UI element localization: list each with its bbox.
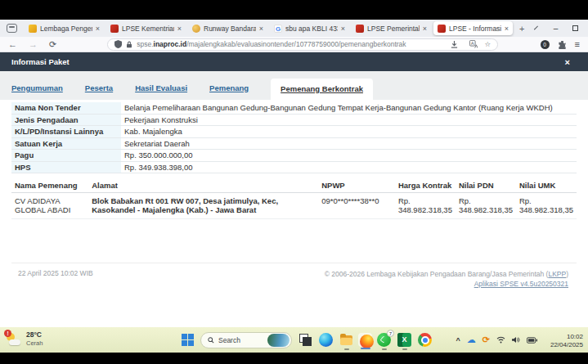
yellow-site-favicon — [29, 25, 37, 33]
url-pathname: /majalengkakab/evaluasinontender/1077875… — [186, 40, 406, 48]
browser-tab-lpse-kementrian[interactable]: LPSE Kementrian Perhu × — [106, 21, 186, 35]
lpse-favicon — [356, 25, 364, 33]
weather-widget[interactable]: ! 28°C Cerah — [6, 330, 43, 348]
menu-hamburger-icon[interactable]: ≡ — [575, 39, 580, 49]
tab-close-icon[interactable]: × — [341, 25, 345, 33]
col-nilai-umk: Nilai UMK — [516, 178, 577, 193]
reload-icon[interactable]: ⟳ — [49, 40, 56, 49]
col-nama-pemenang: Nama Pemenang — [11, 178, 88, 193]
minimize-button[interactable]: – — [545, 24, 565, 33]
search-icon — [208, 337, 214, 344]
task-view-button[interactable] — [298, 333, 312, 347]
whatsapp-icon[interactable]: 7 — [377, 333, 391, 347]
bookmark-star-icon[interactable]: ☆ — [485, 40, 491, 48]
search-input[interactable]: Search — [200, 332, 292, 348]
edge-icon[interactable] — [319, 333, 333, 347]
footer-copyright: © 2006-2026 Lembaga Kebijakan Pengadaan … — [325, 269, 568, 290]
tab-title: sbu apa KBLI 43303 - P — [285, 25, 338, 33]
detail-label: K/L/PD/Instansi Lainnya — [11, 126, 121, 138]
browser-tab-informasi-paket-active[interactable]: LPSE - Informasi Paket × — [433, 21, 513, 35]
col-harga-kontrak: Harga Kontrak — [395, 178, 456, 193]
lkpp-link[interactable]: LKPP — [548, 270, 566, 278]
tray-chevron-icon[interactable]: ^ — [456, 336, 460, 344]
extensions-puzzle-icon[interactable] — [558, 40, 567, 49]
tab-title: LPSE Kementrian Perhu — [122, 25, 174, 33]
tab-pemenang-berkontrak-active[interactable]: Pemenang Berkontrak — [271, 79, 373, 100]
browser-tab-lpse-pemda[interactable]: LPSE Pemerintah Daer × — [352, 21, 431, 35]
battery-icon[interactable] — [527, 337, 537, 344]
clock-date: 22/04/2025 — [550, 341, 583, 349]
weather-condition: Cerah — [26, 339, 43, 348]
screen: Lembaga Pengembang × LPSE Kementrian Per… — [0, 0, 588, 364]
url-bar[interactable]: spse.inaproc.id/majalengkakab/evaluasino… — [107, 38, 498, 51]
tab-close-icon[interactable]: × — [423, 25, 427, 33]
url-host: inaproc.id — [154, 40, 187, 48]
winner-umk: Rp. 348.982.318,35 — [516, 193, 577, 219]
tab-close-icon[interactable]: × — [259, 25, 263, 33]
browser-window: Lembaga Pengembang × LPSE Kementrian Per… — [0, 20, 588, 327]
winner-pdn: Rp. 348.982.318,35 — [456, 193, 516, 219]
file-explorer-icon[interactable] — [339, 333, 353, 347]
copyright-text: © 2006-2026 Lembaga Kebijakan Pengadaan … — [325, 270, 549, 278]
window-close-button[interactable]: × — [585, 24, 588, 33]
lock-icon[interactable] — [126, 41, 132, 48]
taskbar-center-icons: Search 7 X — [182, 327, 432, 353]
excel-icon[interactable]: X — [397, 333, 411, 347]
window-controls: – × — [545, 24, 588, 33]
sync-alert-icon[interactable]: ⟳ — [483, 335, 490, 344]
taskbar-clock[interactable]: 10:02 22/04/2025 — [550, 333, 583, 350]
new-tab-button[interactable]: + — [515, 24, 528, 34]
browser-tab-lembaga[interactable]: Lembaga Pengembang × — [25, 21, 104, 35]
col-npwp: NPWP — [318, 178, 395, 193]
footer-timestamp: 22 April 2025 10:02 WIB — [18, 269, 93, 290]
modal-close-icon[interactable]: × — [565, 57, 570, 67]
translate-icon[interactable]: A — [469, 40, 478, 48]
svg-text:A: A — [470, 41, 474, 46]
detail-label: Pagu — [11, 150, 121, 162]
browser-tab-runway[interactable]: Runway Bandara Utar × — [188, 21, 267, 35]
adblocker-extension-icon[interactable]: 0 — [541, 40, 550, 49]
back-icon[interactable]: ← — [8, 40, 17, 49]
search-placeholder: Search — [218, 336, 240, 344]
modal-header: Informasi Paket × — [0, 52, 588, 71]
system-tray: ^ ☁ ⟳ — [456, 327, 537, 353]
download-page-icon[interactable] — [451, 41, 458, 48]
detail-value: Rp. 350.000.000,00 — [121, 150, 577, 162]
speaker-icon[interactable] — [512, 336, 520, 344]
toolbar-right-icons: 0 ≡ — [541, 39, 580, 49]
wifi-icon[interactable] — [496, 336, 505, 344]
firefox-view-icon[interactable] — [7, 24, 17, 33]
tab-close-icon[interactable]: × — [177, 25, 182, 33]
maximize-icon — [572, 25, 578, 31]
chrome-icon[interactable] — [418, 333, 432, 347]
page-tab-strip: Pengumuman Peserta Hasil Evaluasi Pemena… — [0, 71, 588, 100]
cloud-icon — [9, 339, 20, 345]
firefox-active-slot[interactable] — [358, 333, 372, 347]
table-row: HPS Rp. 349.938.398,00 — [11, 161, 577, 173]
tab-hasil-evaluasi[interactable]: Hasil Evaluasi — [135, 83, 187, 92]
copyright-close: ) — [566, 270, 568, 278]
tab-peserta[interactable]: Peserta — [85, 83, 113, 92]
list-all-tabs-icon[interactable] — [534, 25, 538, 29]
browser-tab-google-search[interactable]: G sbu apa KBLI 43303 - P × — [270, 21, 349, 35]
tab-pemenang[interactable]: Pemenang — [209, 83, 249, 92]
browser-toolbar: ← → ⟳ spse.inaproc.id/majalengkakab/eval… — [0, 37, 588, 52]
forward-icon[interactable]: → — [29, 40, 38, 49]
spse-version-link[interactable]: Aplikasi SPSE v4.5u20250321 — [474, 280, 568, 288]
url-subdomain: spse. — [137, 40, 153, 48]
tab-title: LPSE Pemerintah Daer — [367, 25, 420, 33]
search-highlight-image[interactable] — [267, 334, 290, 347]
shield-icon[interactable] — [114, 40, 122, 48]
url-text: spse.inaproc.id/majalengkakab/evaluasino… — [137, 40, 438, 48]
tab-pengumuman[interactable]: Pengumuman — [11, 83, 63, 92]
page-area: Pengumuman Peserta Hasil Evaluasi Pemena… — [0, 71, 588, 327]
tab-close-icon[interactable]: × — [505, 25, 509, 33]
page-footer: 22 April 2025 10:02 WIB © 2006-2026 Lemb… — [11, 263, 577, 328]
start-button[interactable] — [182, 334, 194, 346]
winner-row: CV ADIDAYA GLOBAL ABADI Blok Babakan Rt … — [11, 193, 577, 219]
modal-title: Informasi Paket — [11, 57, 70, 66]
maximize-button[interactable] — [565, 25, 585, 31]
onedrive-icon[interactable]: ☁ — [467, 335, 476, 344]
detail-label: HPS — [11, 161, 121, 173]
tab-close-icon[interactable]: × — [96, 25, 100, 33]
